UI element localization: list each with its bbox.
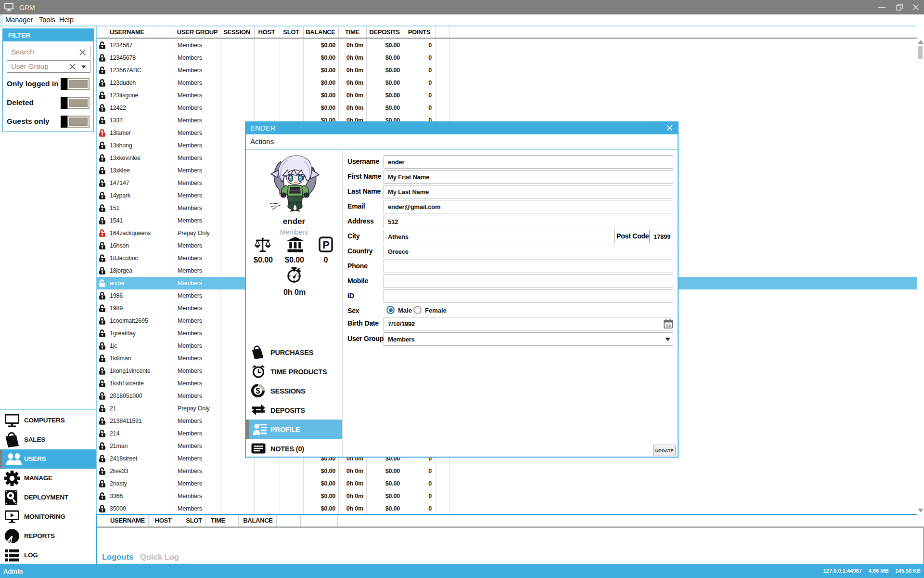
svg-text:14: 14 (666, 323, 671, 328)
svg-text:$: $ (256, 387, 260, 395)
svg-text:P: P (322, 239, 330, 251)
